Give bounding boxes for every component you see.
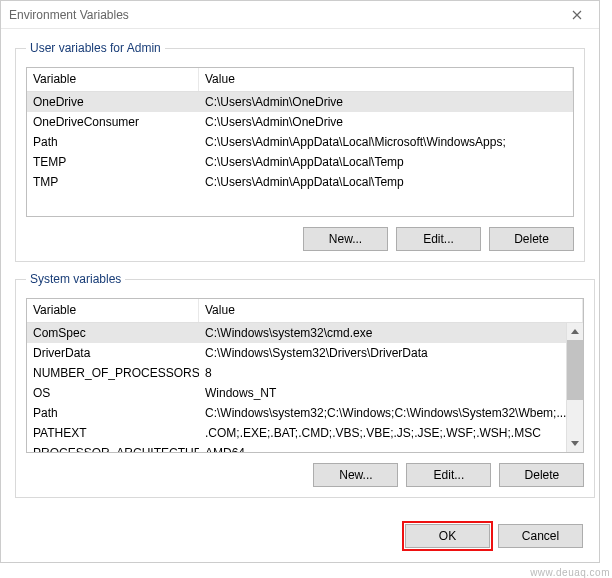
table-row[interactable]: OS Windows_NT	[27, 383, 566, 403]
window-title: Environment Variables	[9, 8, 129, 22]
table-row[interactable]: PATHEXT .COM;.EXE;.BAT;.CMD;.VBS;.VBE;.J…	[27, 423, 566, 443]
cell-value: C:\Users\Admin\OneDrive	[199, 95, 573, 109]
system-edit-button[interactable]: Edit...	[406, 463, 491, 487]
cell-variable: DriverData	[27, 346, 199, 360]
cell-variable: OS	[27, 386, 199, 400]
close-icon	[572, 10, 582, 20]
system-variables-group: System variables Variable Value ComSpec …	[15, 272, 595, 498]
system-header-variable[interactable]: Variable	[27, 299, 199, 322]
user-list-header: Variable Value	[27, 68, 573, 92]
watermark: www.deuaq.com	[530, 567, 610, 578]
table-row[interactable]: TEMP C:\Users\Admin\AppData\Local\Temp	[27, 152, 573, 172]
cell-variable: TMP	[27, 175, 199, 189]
user-new-button[interactable]: New...	[303, 227, 388, 251]
user-delete-button[interactable]: Delete	[489, 227, 574, 251]
cell-variable: ComSpec	[27, 326, 199, 340]
cell-value: .COM;.EXE;.BAT;.CMD;.VBS;.VBE;.JS;.JSE;.…	[199, 426, 566, 440]
close-button[interactable]	[554, 1, 599, 28]
cell-value: Windows_NT	[199, 386, 566, 400]
user-variables-legend: User variables for Admin	[26, 41, 165, 55]
table-row[interactable]: PROCESSOR_ARCHITECTURE AMD64	[27, 443, 566, 452]
cell-value: C:\Windows\System32\Drivers\DriverData	[199, 346, 566, 360]
table-row[interactable]: DriverData C:\Windows\System32\Drivers\D…	[27, 343, 566, 363]
user-edit-button[interactable]: Edit...	[396, 227, 481, 251]
system-new-button[interactable]: New...	[313, 463, 398, 487]
cell-value: C:\Users\Admin\OneDrive	[199, 115, 573, 129]
system-list-header: Variable Value	[27, 299, 583, 323]
cell-variable: Path	[27, 406, 199, 420]
cell-variable: PATHEXT	[27, 426, 199, 440]
cell-variable: NUMBER_OF_PROCESSORS	[27, 366, 199, 380]
table-row[interactable]: TMP C:\Users\Admin\AppData\Local\Temp	[27, 172, 573, 192]
system-list-scrollbar[interactable]	[566, 323, 583, 452]
cancel-button[interactable]: Cancel	[498, 524, 583, 548]
cell-variable: OneDriveConsumer	[27, 115, 199, 129]
scroll-thumb[interactable]	[567, 340, 583, 400]
titlebar: Environment Variables	[1, 1, 599, 29]
user-variables-list[interactable]: Variable Value OneDrive C:\Users\Admin\O…	[26, 67, 574, 217]
user-header-value[interactable]: Value	[199, 68, 573, 91]
system-delete-button[interactable]: Delete	[499, 463, 584, 487]
user-header-variable[interactable]: Variable	[27, 68, 199, 91]
table-row[interactable]: Path C:\Users\Admin\AppData\Local\Micros…	[27, 132, 573, 152]
cell-value: C:\Users\Admin\AppData\Local\Temp	[199, 175, 573, 189]
cell-value: C:\Windows\system32\cmd.exe	[199, 326, 566, 340]
table-row[interactable]: OneDrive C:\Users\Admin\OneDrive	[27, 92, 573, 112]
chevron-up-icon	[571, 329, 579, 334]
cell-value: C:\Windows\system32;C:\Windows;C:\Window…	[199, 406, 566, 420]
cell-value: C:\Users\Admin\AppData\Local\Temp	[199, 155, 573, 169]
cell-variable: TEMP	[27, 155, 199, 169]
table-row[interactable]: Path C:\Windows\system32;C:\Windows;C:\W…	[27, 403, 566, 423]
system-variables-legend: System variables	[26, 272, 125, 286]
scroll-up-button[interactable]	[567, 323, 583, 340]
scroll-down-button[interactable]	[567, 435, 583, 452]
table-row[interactable]: OneDriveConsumer C:\Users\Admin\OneDrive	[27, 112, 573, 132]
system-header-value[interactable]: Value	[199, 299, 583, 322]
ok-button[interactable]: OK	[405, 524, 490, 548]
cell-variable: OneDrive	[27, 95, 199, 109]
cell-variable: PROCESSOR_ARCHITECTURE	[27, 446, 199, 452]
system-variables-list[interactable]: Variable Value ComSpec C:\Windows\system…	[26, 298, 584, 453]
table-row[interactable]: ComSpec C:\Windows\system32\cmd.exe	[27, 323, 566, 343]
user-variables-group: User variables for Admin Variable Value …	[15, 41, 585, 262]
table-row[interactable]: NUMBER_OF_PROCESSORS 8	[27, 363, 566, 383]
cell-variable: Path	[27, 135, 199, 149]
cell-value: AMD64	[199, 446, 566, 452]
cell-value: 8	[199, 366, 566, 380]
chevron-down-icon	[571, 441, 579, 446]
cell-value: C:\Users\Admin\AppData\Local\Microsoft\W…	[199, 135, 573, 149]
